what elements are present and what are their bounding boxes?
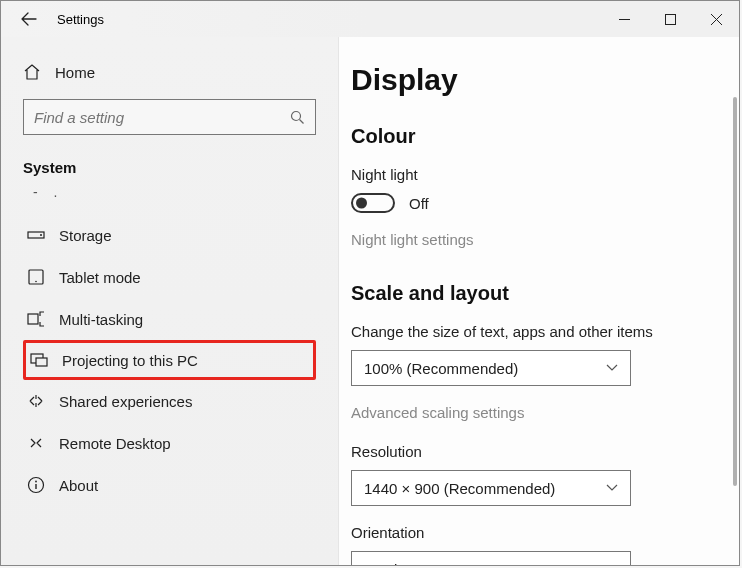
- night-light-toggle[interactable]: [351, 193, 395, 213]
- arrow-left-icon: [21, 11, 37, 27]
- text-size-dropdown[interactable]: 100% (Recommended): [351, 350, 631, 386]
- text-size-label: Change the size of text, apps and other …: [351, 323, 709, 340]
- resolution-value: 1440 × 900 (Recommended): [364, 480, 555, 497]
- back-button[interactable]: [19, 9, 39, 29]
- remote-desktop-icon: [27, 434, 45, 452]
- projecting-icon: [30, 351, 48, 369]
- orientation-value: Landscape: [364, 561, 437, 566]
- sidebar-item-label: Projecting to this PC: [62, 352, 198, 369]
- minimize-button[interactable]: [601, 1, 647, 37]
- night-light-settings-link[interactable]: Night light settings: [351, 231, 709, 248]
- svg-rect-6: [28, 314, 38, 324]
- multitasking-icon: [27, 310, 45, 328]
- svg-rect-8: [36, 358, 47, 366]
- sidebar-item-shared-experiences[interactable]: Shared experiences: [23, 380, 316, 422]
- sidebar-item-about[interactable]: About: [23, 464, 316, 506]
- search-input[interactable]: [34, 109, 290, 126]
- minimize-icon: [619, 14, 630, 25]
- window-controls: [601, 1, 739, 37]
- text-size-value: 100% (Recommended): [364, 360, 518, 377]
- titlebar: Settings: [1, 1, 739, 37]
- shared-icon: [27, 392, 45, 410]
- sidebar-item-label: Remote Desktop: [59, 435, 171, 452]
- chevron-down-icon: [606, 484, 618, 492]
- sidebar-home-label: Home: [55, 64, 95, 81]
- sidebar-item-label: Multi-tasking: [59, 311, 143, 328]
- night-light-toggle-row: Off: [351, 193, 709, 213]
- resolution-dropdown[interactable]: 1440 × 900 (Recommended): [351, 470, 631, 506]
- storage-icon: [27, 226, 45, 244]
- night-light-label: Night light: [351, 166, 709, 183]
- scrollbar[interactable]: [733, 97, 737, 555]
- sidebar-item-label: Shared experiences: [59, 393, 192, 410]
- svg-point-5: [35, 281, 37, 283]
- night-light-state: Off: [409, 195, 429, 212]
- svg-point-3: [40, 234, 42, 236]
- toggle-knob: [356, 198, 367, 209]
- close-icon: [711, 14, 722, 25]
- search-icon: [290, 110, 305, 125]
- sidebar-item-label: Tablet mode: [59, 269, 141, 286]
- sidebar-home[interactable]: Home: [23, 55, 316, 99]
- content-area: Home System - . Storage: [1, 37, 739, 565]
- chevron-down-icon: [606, 364, 618, 372]
- page-title: Display: [351, 63, 709, 97]
- svg-rect-0: [665, 14, 675, 24]
- colour-heading: Colour: [351, 125, 709, 148]
- about-icon: [27, 476, 45, 494]
- tablet-icon: [27, 268, 45, 286]
- close-button[interactable]: [693, 1, 739, 37]
- sidebar-item-label: About: [59, 477, 98, 494]
- sidebar-item-remote-desktop[interactable]: Remote Desktop: [23, 422, 316, 464]
- sidebar-item-label: Storage: [59, 227, 112, 244]
- sidebar-truncated-item: - .: [23, 182, 316, 214]
- resolution-label: Resolution: [351, 443, 709, 460]
- sidebar-item-projecting[interactable]: Projecting to this PC: [23, 340, 316, 380]
- scale-heading: Scale and layout: [351, 282, 709, 305]
- svg-point-10: [35, 481, 37, 483]
- maximize-button[interactable]: [647, 1, 693, 37]
- svg-point-1: [292, 111, 301, 120]
- main-panel: Display Colour Night light Off Night lig…: [339, 37, 739, 565]
- sidebar-item-storage[interactable]: Storage: [23, 214, 316, 256]
- sidebar: Home System - . Storage: [1, 37, 339, 565]
- scrollbar-thumb[interactable]: [733, 97, 737, 486]
- search-box[interactable]: [23, 99, 316, 135]
- window-title: Settings: [57, 12, 601, 27]
- advanced-scaling-link[interactable]: Advanced scaling settings: [351, 404, 709, 421]
- sidebar-item-tablet-mode[interactable]: Tablet mode: [23, 256, 316, 298]
- maximize-icon: [665, 14, 676, 25]
- orientation-dropdown[interactable]: Landscape: [351, 551, 631, 565]
- orientation-label: Orientation: [351, 524, 709, 541]
- home-icon: [23, 63, 41, 81]
- settings-window: Settings Home: [0, 0, 740, 566]
- sidebar-item-multitasking[interactable]: Multi-tasking: [23, 298, 316, 340]
- sidebar-group-title: System: [23, 159, 316, 176]
